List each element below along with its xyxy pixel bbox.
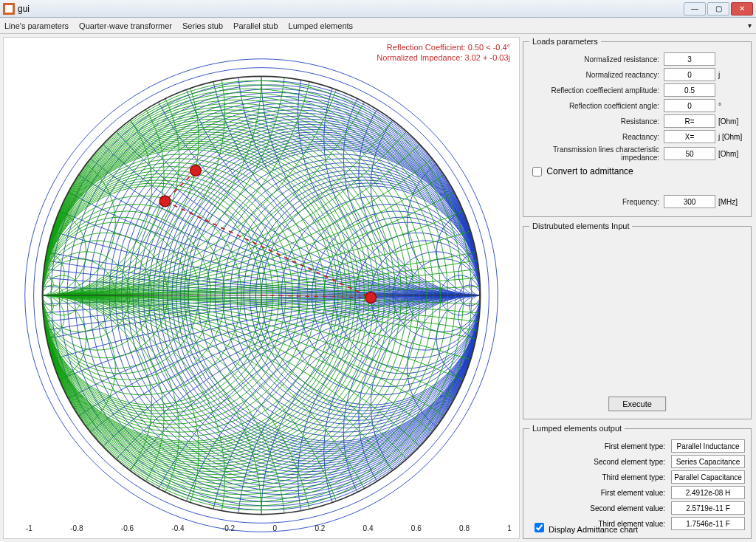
unit-nx: j <box>715 71 745 79</box>
maximize-button[interactable]: ▢ <box>707 2 729 16</box>
label-rcg: Reflection coefficient angle: <box>529 102 664 110</box>
value-first-type: Parallel Inductance <box>671 439 745 453</box>
value-third-type: Parallel Capacitance <box>671 470 745 484</box>
loads-legend: Loads parameters <box>529 37 601 46</box>
x-axis-ticks: -1-0.8-0.6-0.4-0.200.20.40.60.81 <box>26 524 512 532</box>
window-title: gui <box>18 4 30 14</box>
row-third-type: Third element type: Parallel Capacitance <box>529 470 745 484</box>
svg-point-84 <box>298 44 513 295</box>
row-normalized-resistance: Normalized resistance: <box>529 52 745 66</box>
execute-button[interactable]: Execute <box>608 397 666 411</box>
label-rca: Reflection coeffiecient amplitude: <box>529 86 664 95</box>
menubar: Line's parameters Quarter-wave transform… <box>0 18 756 34</box>
label-display-admittance: Display Admittance chart <box>549 525 638 534</box>
svg-point-183 <box>10 295 225 542</box>
menu-series-stub[interactable]: Series stub <box>182 21 223 30</box>
x-tick: 0 <box>272 524 277 532</box>
window-controls: — ▢ ✕ <box>682 2 753 16</box>
x-tick: -0.4 <box>171 524 184 532</box>
label-freq: Frequency: <box>529 198 664 206</box>
close-button[interactable]: ✕ <box>731 2 753 16</box>
unit-res: [Ohm] <box>715 117 745 126</box>
distributed-legend: Distrubuted elements Input <box>529 222 632 230</box>
checkbox-display-admittance[interactable] <box>535 523 544 532</box>
value-second-value: 2.5719e-11 F <box>671 501 745 515</box>
row-second-type: Second element type: Series Capacitance <box>529 455 745 468</box>
value-first-value: 2.4912e-08 H <box>671 486 745 499</box>
label-nx: Normalized reactancy: <box>529 71 664 79</box>
display-admittance-row: Display Admittance chart <box>532 521 638 535</box>
label-t2: Second element type: <box>529 458 671 466</box>
row-first-type: First element type: Parallel Inductance <box>529 439 745 453</box>
svg-point-74 <box>115 44 513 295</box>
label-res: Resistance: <box>529 117 664 126</box>
label-convert-admittance: Convert to admittance <box>546 166 633 176</box>
checkbox-convert-admittance[interactable] <box>532 167 542 176</box>
menu-lumped-elements[interactable]: Lumped elements <box>289 21 353 30</box>
input-frequency[interactable] <box>664 195 715 208</box>
input-resistance[interactable] <box>664 114 715 128</box>
value-second-type: Series Capacitance <box>671 455 745 468</box>
x-tick: -1 <box>26 524 32 532</box>
label-t1: First element type: <box>529 442 671 450</box>
distributed-elements-group: Distrubuted elements Input Execute <box>523 222 752 419</box>
svg-point-174 <box>10 44 408 295</box>
x-tick: 0.4 <box>363 524 374 532</box>
input-refl-amplitude[interactable] <box>664 83 715 97</box>
menu-quarter-wave[interactable]: Quarter-wave transformer <box>79 21 172 30</box>
app-icon <box>3 3 15 15</box>
row-resistance: Resistance: [Ohm] <box>529 114 745 128</box>
svg-point-207 <box>365 292 377 303</box>
input-normalized-reactancy[interactable] <box>664 68 715 81</box>
x-tick: 0.2 <box>315 524 325 532</box>
label-rea: Reactancy: <box>529 133 664 141</box>
row-reactancy: Reactancy: j [Ohm] <box>529 130 745 143</box>
unit-rea: j [Ohm] <box>715 133 745 141</box>
input-refl-angle[interactable] <box>664 99 715 112</box>
label-nr: Normalized resistance: <box>529 55 664 64</box>
svg-point-206 <box>159 196 171 207</box>
unit-freq: [MHz] <box>715 198 745 206</box>
svg-point-83 <box>298 295 513 542</box>
titlebar: gui — ▢ ✕ <box>0 0 756 18</box>
label-z0: Transmission lines characteristic impeda… <box>529 145 664 162</box>
svg-point-205 <box>190 165 202 176</box>
x-tick: 0.6 <box>411 524 422 532</box>
label-t3: Third element type: <box>529 473 671 481</box>
smith-chart[interactable] <box>10 44 513 542</box>
x-tick: -0.8 <box>70 524 83 532</box>
smith-chart-area: Reflection Coefficient: 0.50 < -0.4° Nor… <box>3 37 520 539</box>
label-v1: First element value: <box>529 489 671 497</box>
row-first-value: First element value: 2.4912e-08 H <box>529 486 745 499</box>
x-tick: 1 <box>507 524 512 532</box>
x-tick: 0.8 <box>459 524 470 532</box>
minimize-button[interactable]: — <box>684 2 706 16</box>
menu-toggle-icon[interactable]: ▾ <box>748 21 752 30</box>
input-z0[interactable] <box>664 147 715 160</box>
lumped-legend: Lumped elements output <box>529 424 625 433</box>
row-z0: Transmission lines characteristic impeda… <box>529 145 745 162</box>
unit-rcg: ° <box>715 102 745 110</box>
menu-lines-parameters[interactable]: Line's parameters <box>4 21 69 30</box>
side-panel: Loads parameters Normalized resistance: … <box>521 34 756 542</box>
value-third-value: 1.7546e-11 F <box>671 517 745 530</box>
label-v2: Second element value: <box>529 504 671 512</box>
row-second-value: Second element value: 2.5719e-11 F <box>529 501 745 515</box>
menu-parallel-stub[interactable]: Parallel stub <box>233 21 278 30</box>
row-frequency: Frequency: [MHz] <box>529 195 745 208</box>
x-tick: -0.2 <box>222 524 235 532</box>
row-refl-amplitude: Reflection coeffiecient amplitude: <box>529 83 745 97</box>
row-convert-admittance: Convert to admittance <box>529 165 745 179</box>
unit-z0: [Ohm] <box>715 150 745 158</box>
input-normalized-resistance[interactable] <box>664 52 715 66</box>
loads-parameters-group: Loads parameters Normalized resistance: … <box>523 37 752 217</box>
x-tick: -0.6 <box>121 524 134 532</box>
input-reactancy[interactable] <box>664 130 715 143</box>
content: Reflection Coefficient: 0.50 < -0.4° Nor… <box>0 34 756 542</box>
row-normalized-reactancy: Normalized reactancy: j <box>529 68 745 81</box>
row-refl-angle: Reflection coefficient angle: ° <box>529 99 745 112</box>
